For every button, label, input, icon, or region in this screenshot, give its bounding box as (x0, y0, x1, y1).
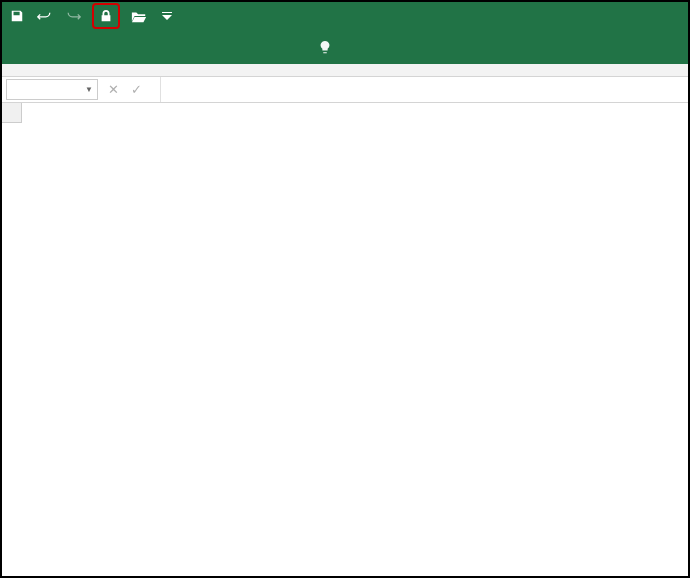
save-button[interactable] (8, 7, 26, 25)
tab-view[interactable] (244, 43, 248, 51)
enter-icon[interactable]: ✓ (131, 82, 142, 97)
customize-qat-button[interactable] (158, 7, 176, 25)
tab-file[interactable] (20, 43, 24, 51)
tab-review[interactable] (212, 43, 216, 51)
lock-icon[interactable] (97, 7, 115, 25)
tab-insert[interactable] (84, 43, 88, 51)
formula-bar-buttons: ✕ ✓ (98, 77, 152, 102)
tab-home[interactable] (52, 43, 56, 51)
fx-label[interactable] (152, 77, 160, 102)
lightbulb-icon (318, 40, 332, 54)
cancel-icon[interactable]: ✕ (108, 82, 119, 97)
ribbon-tabs (2, 30, 688, 64)
ribbon-collapsed-area (2, 64, 688, 77)
tab-data[interactable] (180, 43, 184, 51)
spreadsheet-grid (2, 103, 688, 577)
formula-bar: ▼ ✕ ✓ (2, 77, 688, 103)
tab-page-layout[interactable] (116, 43, 120, 51)
tab-formulas[interactable] (148, 43, 152, 51)
title-bar (2, 2, 688, 30)
open-button[interactable] (130, 7, 148, 25)
tell-me-button[interactable] (318, 40, 338, 54)
redo-button[interactable] (64, 7, 82, 25)
name-box[interactable]: ▼ (6, 79, 98, 100)
quick-access-toolbar (8, 3, 176, 29)
tab-help[interactable] (276, 43, 280, 51)
undo-button[interactable] (36, 7, 54, 25)
formula-input[interactable] (160, 77, 688, 102)
protect-highlight (92, 3, 120, 29)
chevron-down-icon[interactable]: ▼ (85, 85, 93, 94)
select-all-corner[interactable] (2, 103, 22, 123)
